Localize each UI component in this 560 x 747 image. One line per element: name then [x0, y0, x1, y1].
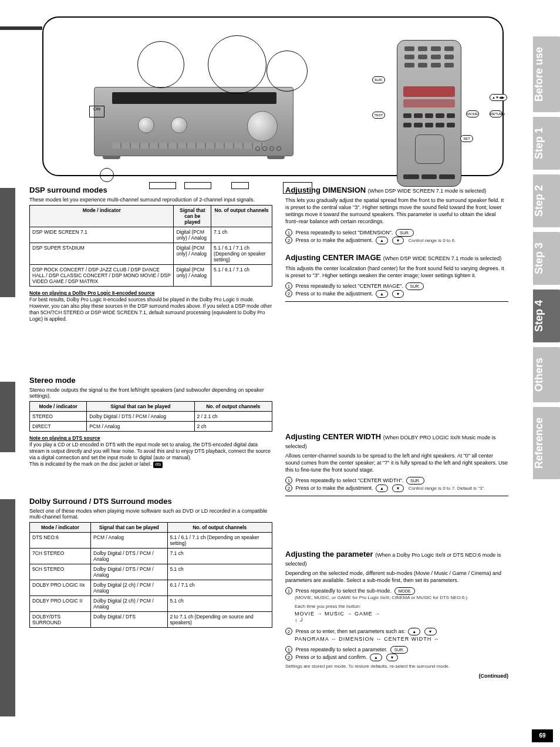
- remote-callout-mode: MODE: [466, 110, 479, 117]
- gutter-block-a: [0, 188, 15, 297]
- remote-callout-cursor: ▲▼◀▶: [490, 94, 507, 101]
- param-flow: PANORAMA ↔ DIMENSION ↔ CENTER WIDTH ↔: [295, 635, 508, 642]
- block-stereo-mode: Stereo mode Stereo mode outputs the sign…: [29, 376, 272, 468]
- dts-icon: dts: [153, 462, 163, 467]
- side-tabs: Before use Step 1 Step 2 Step 3 Step 4 O…: [533, 36, 560, 479]
- table-row: DSP WIDE SCREEN 7.1Digital (PCM only) / …: [30, 227, 272, 243]
- table-row: 7CH STEREODolby Digital / DTS / PCM / An…: [30, 549, 272, 564]
- block-a-title: DSP surround modes: [29, 186, 272, 194]
- callout-circle-volume: [266, 51, 308, 92]
- table-row: DIRECTPCM / Analog2 ch: [30, 422, 272, 432]
- step-number-icon: 1: [285, 587, 292, 594]
- tab-reference[interactable]: Reference: [533, 407, 560, 479]
- step-number-icon: 1: [285, 477, 292, 484]
- panel2-intro: Allows center-channel sounds to be sprea…: [285, 452, 508, 473]
- callout-circle-surround: [137, 41, 184, 88]
- panel-center-width: Adjusting CENTER WIDTH (When DOLBY PRO L…: [285, 432, 508, 500]
- remote-illustration: [397, 40, 461, 187]
- block-dsp-modes: DSP surround modes These modes let you e…: [29, 186, 272, 322]
- step-number-icon: 2: [285, 484, 292, 492]
- knob-input: [138, 117, 154, 133]
- step-number-icon: 2: [285, 237, 292, 244]
- remote-accent-row2: [403, 99, 455, 107]
- remote-callout-set: SET: [460, 135, 473, 142]
- panel3-title: Adjusting the parameter (When a Dolby Pr…: [285, 550, 508, 567]
- label-standby-circle: [100, 168, 114, 182]
- remote-accent-row: [403, 86, 455, 97]
- remote-row: [403, 113, 455, 118]
- callout-circle-input: [208, 35, 266, 94]
- block-a-table: Mode / indicatorSignal that can be playe…: [29, 205, 272, 287]
- remote-callout-return: RETURN: [490, 110, 502, 117]
- panel1-intro: This lets you gradually adjust the spati…: [285, 197, 508, 226]
- panel1-title: Adjusting DIMENSION (When DSP WIDE SCREE…: [285, 186, 508, 194]
- sur-button-icon: SUR.: [406, 477, 424, 484]
- block-c-table: Mode / indicatorSignal that can be playe…: [29, 522, 272, 628]
- step-number-icon: 2: [285, 290, 292, 297]
- device-illustration-frame: ON SUR. TEST MODE RETURN SET ▲▼◀▶: [42, 16, 504, 176]
- mode-flow: MOVIE → MUSIC → GAME →: [295, 610, 508, 617]
- label-on: ON: [89, 106, 104, 117]
- front-jacks: [255, 146, 281, 151]
- up-button-icon: ▲: [376, 290, 388, 298]
- table-row: DOLBY/DTS SURROUNDDolby Digital / DTS2 t…: [30, 612, 272, 628]
- tab-step1[interactable]: Step 1: [533, 117, 560, 170]
- sur-button-icon: SUR.: [390, 646, 409, 654]
- knob-surround: [171, 117, 187, 133]
- step-number-icon: 1: [285, 646, 292, 653]
- callout-lead: [0, 26, 42, 30]
- tab-before-use[interactable]: Before use: [533, 36, 560, 112]
- down-button-icon: ▼: [392, 484, 404, 492]
- block-a-note: Note on playing a Dolby Pro Logic II-enc…: [29, 290, 272, 322]
- remote-navpad: [415, 134, 444, 164]
- down-button-icon: ▼: [386, 654, 399, 661]
- block-b-title: Stereo mode: [29, 376, 272, 385]
- table-row: DTS NEO:6PCM / Analog5.1 / 6.1 / 7.1 ch …: [30, 533, 272, 549]
- block-dolby-dts-modes: Dolby Surround / DTS Surround modes Sele…: [29, 497, 272, 628]
- step-number-icon: 1: [285, 282, 292, 290]
- amp-display: [112, 92, 276, 104]
- remote-callout-test: TEST: [372, 112, 385, 119]
- tab-step3[interactable]: Step 3: [533, 232, 560, 285]
- panel3-body: Depending on the selected mode, differen…: [285, 570, 508, 584]
- tab-others[interactable]: Others: [533, 347, 560, 402]
- table-row: DSP ROCK CONCERT / DSP JAZZ CLUB / DSP D…: [30, 265, 272, 287]
- page-number: 69: [532, 729, 553, 742]
- block-a-subtitle: These modes let you experience multi-cha…: [29, 197, 272, 203]
- remote-top-grid: [404, 46, 454, 68]
- step-number-icon: 2: [285, 628, 292, 635]
- tab-step4-active[interactable]: Step 4: [533, 290, 560, 342]
- volume-knob: [247, 111, 278, 142]
- continued-label: (Continued): [285, 672, 508, 679]
- table-row: STEREODolby Digital / DTS / PCM / Analog…: [30, 412, 272, 422]
- up-button-icon: ▲: [376, 484, 388, 492]
- mode-flow-loop: ↑ ┘: [295, 617, 508, 624]
- sur-button-icon: SUR.: [396, 229, 414, 237]
- amp-button-row: [112, 143, 265, 149]
- remote-row: [403, 123, 455, 127]
- table-row: DOLBY PRO LOGIC IIDolby Digital (2 ch) /…: [30, 596, 272, 612]
- block-b-table: Mode / indicatorSignal that can be playe…: [29, 401, 272, 432]
- gutter-block-b: [0, 382, 15, 452]
- panel1b-title: Adjusting CENTER IMAGE (When DSP WIDE SC…: [285, 253, 508, 263]
- panel1b-intro: This adjusts the center localization (ha…: [285, 265, 508, 279]
- block-b-subtitle: Stereo mode outputs the signal to the fr…: [29, 387, 272, 399]
- table-row: DSP SUPER STADIUMDigital (PCM only) / An…: [30, 243, 272, 265]
- up-button-icon: ▲: [376, 237, 388, 244]
- block-c-subtitle: Select one of these modes when playing m…: [29, 508, 272, 520]
- amplifier-illustration: [94, 87, 294, 156]
- step-number-icon: 1: [285, 229, 292, 236]
- tab-step2[interactable]: Step 2: [533, 174, 560, 227]
- table-row: DOLBY PRO LOGIC IIxDolby Digital (2 ch) …: [30, 580, 272, 596]
- up-button-icon: ▲: [408, 628, 420, 635]
- remote-callout-sur: SUR.: [372, 76, 385, 83]
- remote-bottom-row: [403, 174, 455, 179]
- table-row: 5CH STEREODolby Digital / DTS / PCM / An…: [30, 564, 272, 580]
- panel-dimension: Adjusting DIMENSION (When DSP WIDE SCREE…: [285, 186, 508, 305]
- mode-button-icon: MODE: [394, 587, 415, 595]
- up-button-icon: ▲: [370, 654, 382, 661]
- block-b-note: Note on playing a DTS source If you play…: [29, 435, 272, 468]
- sur-button-icon: SUR.: [406, 282, 424, 290]
- panel-parameter: Adjusting the parameter (When a Dolby Pr…: [285, 550, 508, 679]
- panel2-title: Adjusting CENTER WIDTH (When DOLBY PRO L…: [285, 432, 508, 450]
